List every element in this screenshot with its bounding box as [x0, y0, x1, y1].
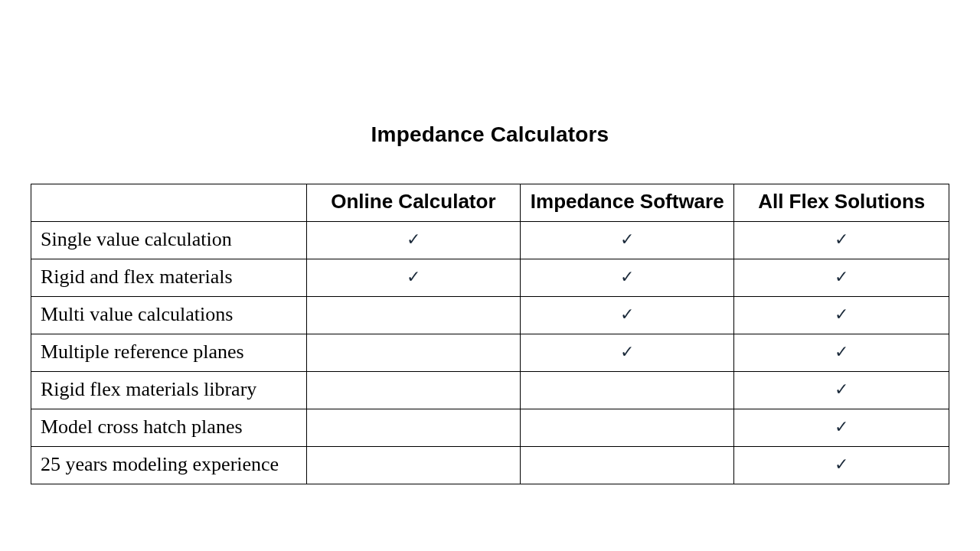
- cell: ✓: [521, 222, 734, 259]
- row-label: Multiple reference planes: [31, 334, 307, 372]
- cell: ✓: [734, 409, 949, 447]
- cell: ✓: [306, 259, 520, 297]
- cell: ✓: [521, 259, 734, 297]
- row-label: Multi value calculations: [31, 297, 307, 334]
- cell: [306, 409, 520, 447]
- cell: [306, 372, 520, 409]
- cell: [521, 372, 734, 409]
- cell: ✓: [734, 372, 949, 409]
- row-label: Model cross hatch planes: [31, 409, 307, 447]
- cell: [521, 409, 734, 447]
- cell: [306, 297, 520, 334]
- cell: ✓: [734, 222, 949, 259]
- table-header-col-1: Impedance Software: [521, 184, 734, 222]
- cell: ✓: [734, 447, 949, 484]
- row-label: Rigid and flex materials: [31, 259, 307, 297]
- table-header-row: Online Calculator Impedance Software All…: [31, 184, 949, 222]
- comparison-table: Online Calculator Impedance Software All…: [31, 184, 949, 484]
- row-label: Rigid flex materials library: [31, 372, 307, 409]
- cell: [306, 447, 520, 484]
- table-row: Rigid flex materials library ✓: [31, 372, 949, 409]
- row-label: Single value calculation: [31, 222, 307, 259]
- table-header-col-0: Online Calculator: [306, 184, 520, 222]
- table-header-blank: [31, 184, 307, 222]
- cell: [306, 334, 520, 372]
- table-body: Single value calculation ✓ ✓ ✓ Rigid and…: [31, 222, 949, 484]
- page: Impedance Calculators Online Calculator …: [0, 0, 980, 551]
- cell: ✓: [306, 222, 520, 259]
- cell: ✓: [734, 334, 949, 372]
- table-row: 25 years modeling experience ✓: [31, 447, 949, 484]
- cell: ✓: [734, 297, 949, 334]
- cell: [521, 447, 734, 484]
- page-title: Impedance Calculators: [31, 122, 949, 147]
- table-row: Multiple reference planes ✓ ✓: [31, 334, 949, 372]
- row-label: 25 years modeling experience: [31, 447, 307, 484]
- table-row: Rigid and flex materials ✓ ✓ ✓: [31, 259, 949, 297]
- cell: ✓: [521, 334, 734, 372]
- table-row: Single value calculation ✓ ✓ ✓: [31, 222, 949, 259]
- table-row: Multi value calculations ✓ ✓: [31, 297, 949, 334]
- cell: ✓: [521, 297, 734, 334]
- cell: ✓: [734, 259, 949, 297]
- table-row: Model cross hatch planes ✓: [31, 409, 949, 447]
- table-header-col-2: All Flex Solutions: [734, 184, 949, 222]
